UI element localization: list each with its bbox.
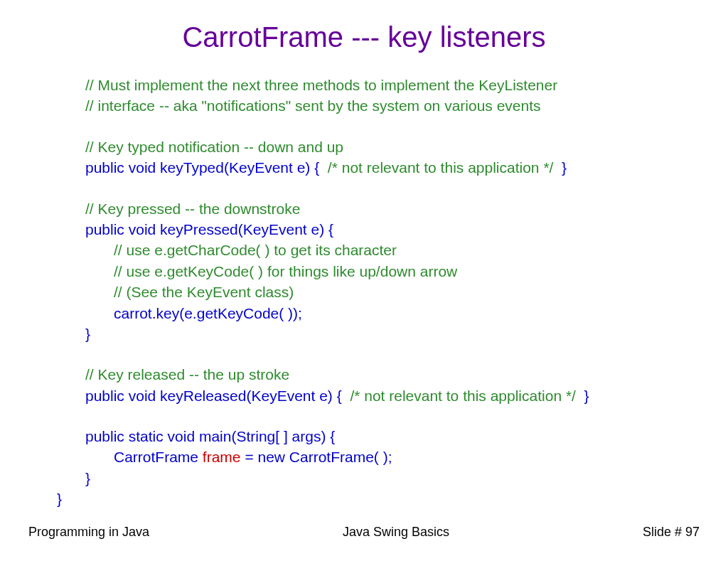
- brace: }: [85, 468, 700, 488]
- footer-left: Programming in Java: [28, 525, 149, 540]
- comment-line: // use e.getKeyCode( ) for things like u…: [114, 261, 700, 282]
- slide-title: CarrotFrame --- key listeners: [28, 21, 700, 53]
- comment-line: // use e.getCharCode( ) to get its chara…: [114, 240, 700, 260]
- code-line: CarrotFrame frame = new CarrotFrame( );: [114, 447, 700, 467]
- comment-line: // (See the KeyEvent class): [114, 282, 700, 302]
- comment-line: // interface -- aka "notifications" sent…: [85, 95, 700, 116]
- comment-line: // Key typed notification -- down and up: [85, 137, 700, 157]
- method-signature: public void keyPressed(KeyEvent e) {: [85, 219, 700, 240]
- code-line: carrot.key(e.getKeyCode( ));: [114, 303, 700, 324]
- comment-line: // Must implement the next three methods…: [85, 75, 700, 95]
- slide-container: CarrotFrame --- key listeners // Must im…: [0, 0, 728, 561]
- method-signature: public void keyTyped(KeyEvent e) { /* no…: [85, 157, 700, 178]
- comment-line: // Key pressed -- the downstroke: [85, 198, 700, 219]
- code-block: // Must implement the next three methods…: [57, 75, 700, 510]
- comment-line: // Key released -- the up stroke: [85, 364, 700, 385]
- method-signature: public void keyReleased(KeyEvent e) { /*…: [85, 385, 700, 406]
- method-signature: public static void main(String[ ] args) …: [85, 426, 700, 447]
- brace: }: [57, 488, 700, 509]
- slide-footer: Programming in Java Java Swing Basics Sl…: [28, 525, 700, 540]
- brace: }: [85, 324, 700, 344]
- footer-right: Slide # 97: [643, 525, 700, 540]
- footer-center: Java Swing Basics: [343, 525, 449, 540]
